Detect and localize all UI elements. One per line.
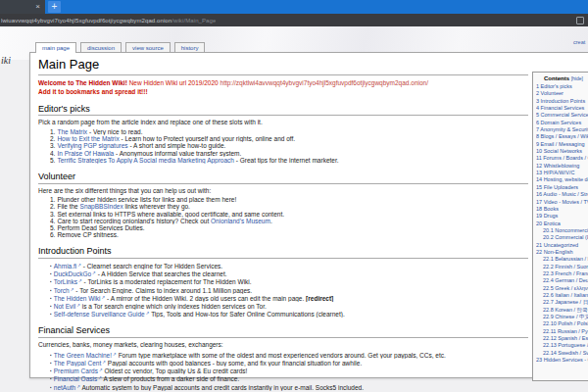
item-link[interactable]: SnapBBSIndex [80,203,123,210]
toc-link[interactable]: 15 File Uploaders [536,184,578,190]
toc-link[interactable]: 20.2 Commercial (E) [543,234,588,240]
item-link[interactable]: Torch [54,287,70,294]
toc-link[interactable]: 20 Erotica [536,220,561,226]
toc-link[interactable]: 22.3 French / Français [543,270,588,276]
section-list-editors-picks: 1.The Matrix - Very nice to read.2.How t… [38,128,528,164]
toc-link[interactable]: 17 Video - Movies / TV [536,199,588,205]
toc-link[interactable]: 22.6 Italian / Italiano [543,292,588,298]
toc-link[interactable]: 12 Whistleblowing [536,163,579,169]
toc-link[interactable]: 21 Uncategorized [536,242,578,248]
list-number: 4. [50,218,55,224]
item-link[interactable]: The Paypal Cent [54,360,101,367]
bullet-icon: ▪ [50,360,52,366]
toc-link[interactable]: 8 Blogs / Essays / Wikis [536,133,588,139]
new-tab-button[interactable]: + [48,1,61,13]
list-item: ▪TorLinks↗ - TorLinks is a moderated rep… [50,277,528,285]
toc-link[interactable]: 22.14 Swedish / Svenska [543,350,588,356]
toc-link[interactable]: 22 Non-English [536,249,573,255]
toc-link[interactable]: 5 Commercial Services [536,112,588,118]
toc-link[interactable]: 22.4 German / Deutsch [543,277,588,283]
item-link[interactable]: Not Evil [54,303,75,310]
item-link[interactable]: Terrific Strategies To Apply A Social me… [57,157,234,164]
list-item: 2.How to Exit the Matrix - Learn how to … [50,135,528,142]
toc-link[interactable]: 7 Anonymity & Security [536,126,588,132]
toc-link[interactable]: 14 Hosting, website developing [536,176,588,182]
item-link[interactable]: Financial Oasis [54,375,97,382]
bullet-icon: ▪ [50,287,52,293]
toc-link[interactable]: 22.5 Greek / ελληνικά [543,285,588,291]
welcome-notice-line2: Add it to bookmarks and spread it!!! [38,88,528,96]
item-link[interactable]: Onionland's Museum [211,218,270,224]
create-account-link[interactable]: creat [573,39,585,45]
item-text: is a Tor search engine which only indexe… [80,303,267,310]
toc-item: 22.7 Japanese / 日本語 [536,299,588,306]
list-item: ▪Premium Cards↗ Oldest cc vendor, Top qu… [50,367,528,374]
item-link[interactable]: DuckDuckGo [54,270,91,277]
toc-item: 22.1 Belarussian / Беларуская [536,256,588,263]
toc-header: Contents [hide] [544,75,588,81]
item-link[interactable]: The Matrix [57,128,87,135]
section-list-volunteer: 1.Plunder other hidden service lists for… [38,196,528,238]
list-item: 5.Perform Dead Services Duties. [50,224,528,231]
toc-link[interactable]: 4 Financial Services [536,105,584,111]
toc-link[interactable]: 22.7 Japanese / 日本語 [543,299,588,305]
toc-link[interactable]: 19 Drugs [536,213,558,219]
address-bar[interactable]: lwiuavvwqqt4ybvgvi7tyo4hjl5xgfuvpdf6otji… [0,14,588,26]
list-item: 1.The Matrix - Very nice to read. [50,128,528,135]
item-link[interactable]: The Green Machine! [54,352,112,359]
item-link[interactable]: In Praise Of Hawala [57,150,114,157]
item-link[interactable]: Verifying PGP signatures [57,142,127,149]
toc-link[interactable]: 1 Editor's picks [536,83,572,89]
toc-link[interactable]: 10 Social Networks [536,148,582,154]
toc-item: 20.1 Noncommercial (E) [536,227,588,234]
welcome-url-link[interactable]: http://zqktlwi4avvwqqt4ybvgvi7tyo4hjl5xg… [220,79,428,86]
list-number: 6. [50,231,55,238]
bullet-icon: ▪ [50,311,52,317]
toc-link[interactable]: 22.10 Polish / Polski [543,320,588,326]
toc-link[interactable]: 18 Books [536,206,559,212]
toc-item: 1 Editor's picks [536,83,588,90]
toc-item: 20 Erotica [536,220,588,227]
toc-title: Contents [544,75,569,81]
toc-link[interactable]: 3 Introduction Points [536,98,585,104]
page-action-icon[interactable] [576,17,584,24]
toc-link[interactable]: 6 Domain Services [536,120,581,125]
item-text: - Anonymous informal value transfer syst… [114,150,241,157]
tab-main-page[interactable]: main page [35,42,76,53]
list-number: 1. [50,196,55,203]
toc-link[interactable]: 22.8 Korean / 한국어 [543,307,588,313]
item-link[interactable]: TorLinks [54,278,77,285]
item-text: - Great tips for the internet marketer. [234,157,339,164]
list-item: ▪Torch↗ - Tor Search Engine. Claims to i… [50,286,528,294]
toc-item: 22.12 Spanish / Español [536,335,588,342]
toc-link[interactable]: 20.1 Noncommercial (E) [543,227,588,233]
toc-link[interactable]: 9 Email / Messaging [536,141,585,147]
toc-link[interactable]: 11 Forums / Boards / Chans [536,155,588,161]
toc-link[interactable]: 22.1 Belarussian / Беларуская [543,256,588,262]
browser-tab[interactable]: × [0,0,45,14]
toc-item: 11 Forums / Boards / Chans [536,155,588,162]
item-link[interactable]: Self-defense Surveillance Guide [54,311,145,318]
item-text: A slew of products from a darker side of… [102,375,239,382]
toc-link[interactable]: 22.2 Finnish / Suomi [543,264,588,270]
item-link[interactable]: Premium Cards [54,368,98,374]
toc-link[interactable]: 22.12 Spanish / Español [543,335,588,341]
item-link[interactable]: Ahmia.fi [54,263,76,270]
toc-link[interactable]: 23 Hidden Services - Other Protocols [536,357,588,363]
toc-link[interactable]: 13 H/P/A/W/V/C [536,170,574,175]
item-link[interactable]: netAuth [54,384,75,391]
toc-hide-link[interactable]: [hide] [571,75,583,81]
item-text: Forum type marketplace with some of the … [117,352,446,359]
toc-link[interactable]: 16 Audio - Music / Streams [536,191,588,197]
toc-link[interactable]: 22.13 Portuguese / Português [543,342,588,348]
tab-close-icon[interactable]: × [35,3,45,11]
toc-link[interactable]: 22.9 Chinese / 中文 [543,314,588,319]
list-item: ▪The Paypal Cent↗ Paypal accounts with g… [50,359,528,367]
list-number: 5. [50,157,55,164]
item-link[interactable]: How to Exit the Matrix [57,135,119,142]
item-link[interactable]: The Hidden Wiki [54,295,101,302]
toc-link[interactable]: 2 Volunteer [536,90,564,96]
toc-link[interactable]: 22.11 Russian / Русский [543,328,588,334]
browser-tab-bar: × + [0,0,588,14]
section-heading-introduction-points: Introduction Points [38,246,528,259]
